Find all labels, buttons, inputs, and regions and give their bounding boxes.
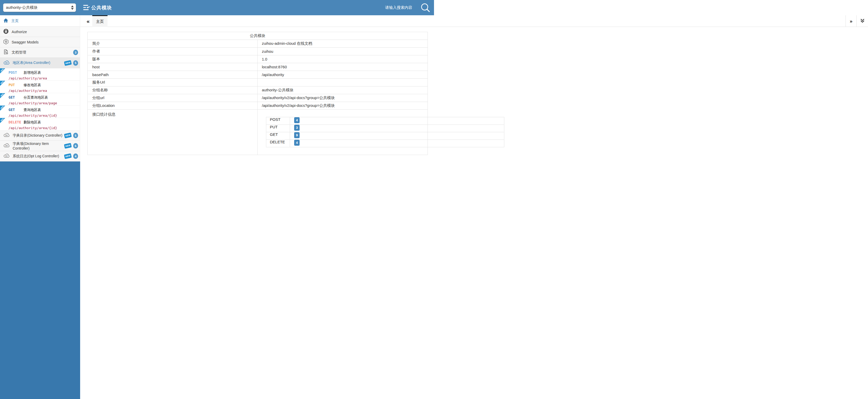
operation-name: 新增地区表 bbox=[24, 70, 41, 75]
info-label: 版本 bbox=[88, 55, 258, 63]
home-icon bbox=[3, 18, 8, 24]
models-hexagon-icon bbox=[3, 39, 9, 46]
sidebar-item-label: 字典目录(Dictionary Controller) bbox=[13, 133, 62, 138]
new-ribbon-icon: NEW bbox=[0, 118, 5, 123]
api-operation-post-add-area[interactable]: NEW POST新增地区表 /api/authority/area bbox=[0, 68, 80, 81]
stats-method: GET bbox=[266, 132, 290, 140]
info-label: 分组Location bbox=[88, 102, 258, 110]
stats-count-badge: 9 bbox=[294, 132, 300, 138]
api-operation-get-area[interactable]: NEW GET查询地区表 /api/authority/area/{id} bbox=[0, 106, 80, 118]
sidebar-nav: 主页 Authorize Swagger Mode bbox=[0, 15, 80, 162]
sidebar-item-label: 系统日志(Opt Log Controller) bbox=[13, 154, 59, 159]
sidebar-item-dictionary-controller[interactable]: API 字典目录(Dictionary Controller) NEW 5 bbox=[0, 131, 80, 141]
new-ribbon-icon: NEW bbox=[0, 68, 5, 74]
http-method: DELETE bbox=[8, 120, 22, 124]
sidebar-item-authorize[interactable]: Authorize bbox=[0, 27, 80, 37]
cloud-api-icon-text: API bbox=[5, 145, 8, 146]
api-operation-get-page-area[interactable]: NEW GET分页查询地区表 /api/authority/area/page bbox=[0, 93, 80, 106]
info-row: basePath /api/authority bbox=[88, 71, 428, 79]
cloud-api-icon-text: API bbox=[5, 62, 8, 63]
info-value: zuihou bbox=[258, 48, 428, 55]
new-badge: NEW bbox=[64, 133, 72, 138]
cloud-api-icon: API bbox=[3, 143, 10, 149]
new-ribbon-icon: NEW bbox=[0, 81, 5, 86]
info-value: /api/authority/v2/api-docs?group=公共模块 bbox=[258, 94, 428, 102]
cloud-api-icon: API bbox=[3, 133, 10, 138]
stats-table-row: GET 9 bbox=[266, 132, 434, 140]
sidebar-item-doc-manage[interactable]: 文档管理 3 bbox=[0, 47, 80, 58]
cloud-api-icon: API bbox=[3, 153, 10, 159]
info-value: zuihou-admin-cloud 在线文档 bbox=[258, 40, 428, 48]
stats-count-badge: 4 bbox=[294, 140, 300, 146]
table-title: 公共模块 bbox=[88, 32, 428, 40]
stats-method: DELETE bbox=[266, 140, 290, 147]
sidebar-item-home[interactable]: 主页 bbox=[0, 15, 80, 27]
count-badge: 6 bbox=[73, 143, 78, 148]
http-method: PUT bbox=[8, 83, 22, 87]
cloud-api-icon: API bbox=[3, 60, 10, 66]
sidebar-item-label: Authorize bbox=[12, 30, 27, 34]
new-ribbon-icon: NEW bbox=[0, 106, 5, 111]
info-label: 作者 bbox=[88, 48, 258, 55]
sidebar-item-swagger-models[interactable]: Swagger Models bbox=[0, 37, 80, 47]
stats-count-cell: 4 bbox=[290, 140, 434, 147]
operation-list: NEW POST新增地区表 /api/authority/area NEW PU… bbox=[0, 68, 80, 131]
info-label: 简介 bbox=[88, 40, 258, 48]
search-icon[interactable] bbox=[421, 3, 430, 14]
info-row: host localhost:8760 bbox=[88, 63, 428, 71]
stats-count-cell: 9 bbox=[290, 132, 434, 140]
api-group-select-value: authority-公共模块 bbox=[6, 5, 38, 10]
top-header: authority-公共模块 公共模块 请输入搜索内容 bbox=[0, 0, 434, 15]
sidebar-item-label: 主页 bbox=[11, 19, 19, 23]
stats-method: POST bbox=[266, 117, 290, 125]
sidebar-item-opt-log-controller[interactable]: API 系统日志(Opt Log Controller) NEW 4 bbox=[0, 151, 80, 162]
operation-path: /api/authority/area/{id} bbox=[8, 114, 80, 117]
search-input[interactable]: 请输入搜索内容 bbox=[385, 0, 412, 15]
http-method: GET bbox=[8, 108, 22, 112]
sidebar-item-label: 地区表(Area Controller) bbox=[13, 61, 50, 65]
info-row: 分组名称 authority-公共模块 bbox=[88, 86, 428, 94]
info-label: 分组名称 bbox=[88, 86, 258, 94]
info-row: 作者 zuihou bbox=[88, 48, 428, 55]
count-badge: 5 bbox=[73, 133, 78, 138]
lock-icon bbox=[3, 28, 9, 35]
stats-count-badge: 4 bbox=[294, 117, 300, 123]
stats-count-cell: 4 bbox=[290, 117, 434, 125]
sidebar-item-label: 字典项(Dictionary Item Controller) bbox=[13, 142, 64, 150]
sidebar-item-area-controller[interactable]: API 地区表(Area Controller) NEW 5 bbox=[0, 58, 80, 68]
stats-method: PUT bbox=[266, 125, 290, 132]
info-label: 分组url bbox=[88, 94, 258, 102]
info-label: host bbox=[88, 63, 258, 71]
info-value bbox=[258, 79, 428, 86]
api-group-select[interactable]: authority-公共模块 bbox=[3, 3, 76, 12]
count-badge: 4 bbox=[73, 153, 78, 159]
module-info-table: 公共模块 简介 zuihou-admin-cloud 在线文档 作者 zuiho… bbox=[87, 32, 428, 155]
info-value: /api/authority/v2/api-docs?group=公共模块 bbox=[258, 102, 428, 110]
new-badge: NEW bbox=[64, 60, 72, 66]
operation-name: 分页查询地区表 bbox=[24, 95, 48, 99]
sidebar-item-label: Swagger Models bbox=[12, 40, 38, 44]
tabs-scroll-left-button[interactable]: « bbox=[87, 15, 90, 27]
operation-path: /api/authority/area bbox=[8, 76, 80, 80]
stats-table-row: POST 4 bbox=[266, 117, 434, 125]
method-stats-table: POST 4 PUT 3 GET 9 DELETE 4 bbox=[266, 117, 434, 147]
info-row: 服务Url bbox=[88, 79, 428, 86]
info-value: /api/authority bbox=[258, 71, 428, 79]
operation-path: /api/authority/area/page bbox=[8, 101, 80, 105]
info-label: 服务Url bbox=[88, 79, 258, 86]
stats-table-row: PUT 3 bbox=[266, 125, 434, 132]
http-method: GET bbox=[8, 95, 22, 99]
api-operation-delete-area[interactable]: NEW DELETE删除地区表 /api/authority/area/{id} bbox=[0, 118, 80, 131]
stats-table-row: DELETE 4 bbox=[266, 140, 434, 147]
sidebar-item-dictionary-item-controller[interactable]: API 字典项(Dictionary Item Controller) NEW … bbox=[0, 141, 80, 151]
api-operation-put-update-area[interactable]: NEW PUT修改地区表 /api/authority/area bbox=[0, 81, 80, 93]
tab-bar: « 主页 » bbox=[80, 15, 434, 27]
info-row: 分组url /api/authority/v2/api-docs?group=公… bbox=[88, 94, 428, 102]
operation-path: /api/authority/area/{id} bbox=[8, 126, 80, 130]
stats-cell: POST 4 PUT 3 GET 9 DELETE 4 bbox=[258, 110, 428, 155]
operation-name: 删除地区表 bbox=[24, 120, 41, 124]
operation-name: 修改地区表 bbox=[24, 83, 41, 87]
stats-count-badge: 3 bbox=[294, 125, 300, 131]
count-badge: 5 bbox=[73, 60, 78, 66]
tab-home[interactable]: 主页 bbox=[92, 15, 107, 27]
